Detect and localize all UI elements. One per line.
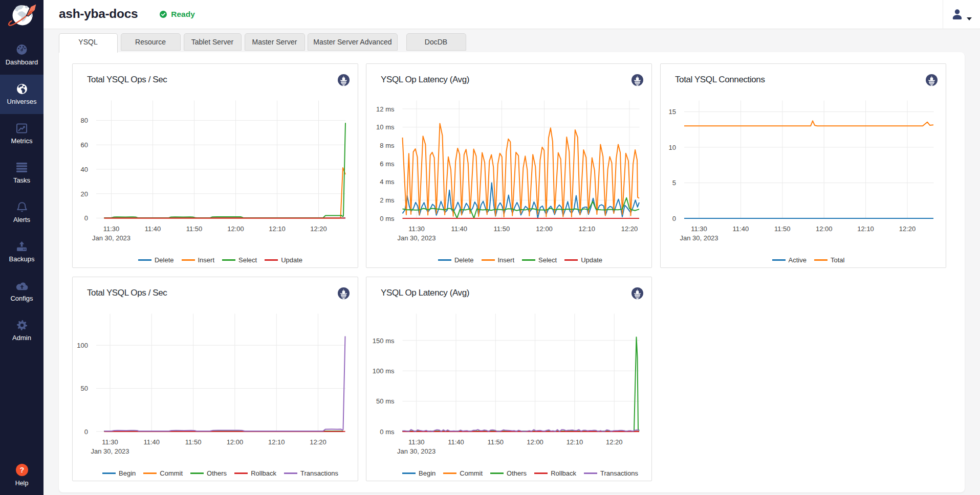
svg-text:12:20: 12:20 — [606, 438, 623, 446]
svg-text:11:40: 11:40 — [448, 438, 464, 446]
svg-text:11:50: 11:50 — [185, 438, 202, 446]
svg-text:80: 80 — [81, 117, 88, 124]
svg-text:Jan 30, 2023: Jan 30, 2023 — [91, 447, 129, 455]
svg-text:50: 50 — [81, 385, 88, 392]
svg-text:12:00: 12:00 — [816, 225, 833, 233]
svg-text:11:30: 11:30 — [691, 225, 707, 233]
svg-text:11:30: 11:30 — [408, 438, 425, 446]
svg-text:12:00: 12:00 — [536, 225, 553, 233]
svg-text:6 ms: 6 ms — [380, 160, 395, 168]
svg-text:0: 0 — [84, 214, 88, 222]
svg-text:0: 0 — [84, 428, 88, 436]
svg-text:40: 40 — [81, 166, 88, 173]
svg-text:50 ms: 50 ms — [376, 397, 395, 405]
svg-text:Jan 30, 2023: Jan 30, 2023 — [680, 234, 718, 242]
svg-text:4 ms: 4 ms — [380, 178, 395, 186]
svg-text:11:40: 11:40 — [144, 438, 160, 446]
svg-text:15: 15 — [669, 108, 676, 116]
svg-text:Jan 30, 2023: Jan 30, 2023 — [397, 234, 435, 242]
svg-text:11:40: 11:40 — [145, 225, 161, 233]
svg-text:?: ? — [19, 466, 24, 474]
svg-text:11:40: 11:40 — [451, 225, 467, 233]
svg-text:12:20: 12:20 — [310, 438, 326, 446]
svg-text:0 ms: 0 ms — [380, 428, 395, 436]
svg-text:5: 5 — [672, 179, 676, 187]
svg-text:Jan 30, 2023: Jan 30, 2023 — [92, 234, 130, 242]
svg-text:12:00: 12:00 — [227, 225, 244, 233]
svg-text:Jan 30, 2023: Jan 30, 2023 — [397, 447, 435, 455]
svg-text:0 ms: 0 ms — [380, 215, 395, 222]
svg-text:12:00: 12:00 — [527, 438, 543, 446]
svg-text:20: 20 — [81, 190, 88, 198]
svg-text:11:40: 11:40 — [733, 225, 749, 233]
svg-text:12:10: 12:10 — [567, 438, 583, 446]
svg-text:10 ms: 10 ms — [376, 123, 395, 131]
svg-text:2 ms: 2 ms — [380, 196, 395, 204]
svg-text:12:10: 12:10 — [857, 225, 874, 233]
svg-text:11:30: 11:30 — [103, 225, 120, 233]
svg-text:11:50: 11:50 — [774, 225, 791, 233]
svg-text:12:20: 12:20 — [310, 225, 327, 233]
svg-text:12:00: 12:00 — [227, 438, 244, 446]
svg-text:150 ms: 150 ms — [373, 337, 395, 345]
svg-text:10: 10 — [669, 144, 676, 151]
svg-text:100: 100 — [77, 342, 88, 349]
svg-text:12:10: 12:10 — [579, 225, 596, 233]
svg-text:0: 0 — [672, 215, 676, 222]
svg-text:11:50: 11:50 — [186, 225, 203, 233]
svg-text:12:10: 12:10 — [268, 438, 285, 446]
svg-text:12:10: 12:10 — [269, 225, 286, 233]
svg-text:12 ms: 12 ms — [376, 105, 395, 113]
svg-text:12:20: 12:20 — [899, 225, 916, 233]
svg-text:100 ms: 100 ms — [373, 367, 395, 375]
svg-text:11:30: 11:30 — [408, 225, 425, 233]
svg-text:60: 60 — [81, 141, 88, 149]
svg-text:11:50: 11:50 — [488, 438, 504, 446]
svg-text:11:30: 11:30 — [102, 438, 118, 446]
svg-text:11:50: 11:50 — [494, 225, 510, 233]
svg-text:8 ms: 8 ms — [380, 142, 395, 149]
svg-text:12:20: 12:20 — [621, 225, 638, 233]
